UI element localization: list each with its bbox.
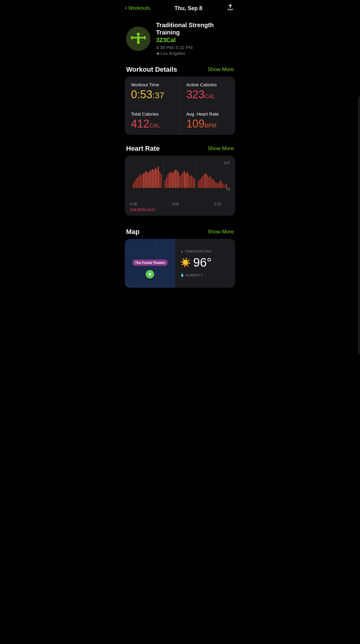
total-calories-number: 412 (131, 117, 149, 130)
svg-rect-42 (182, 173, 183, 188)
location-name: Los Angeles (160, 51, 185, 56)
workout-details: Traditional Strength Training 323Cal 4:3… (156, 21, 234, 56)
svg-rect-47 (190, 176, 191, 188)
svg-rect-62 (214, 181, 215, 188)
svg-rect-5 (144, 36, 146, 39)
total-calories-unit: CAL (149, 123, 160, 129)
hr-min-label: 70 (226, 187, 230, 192)
total-calories-value: 412CAL (131, 118, 174, 129)
svg-rect-30 (165, 180, 165, 188)
svg-rect-54 (202, 176, 203, 188)
svg-rect-61 (213, 179, 214, 188)
stats-row-bottom: Total Calories 412CAL Avg. Heart Rate 10… (125, 106, 235, 135)
workout-info: Traditional Strength Training 323Cal 4:3… (120, 16, 240, 62)
svg-rect-59 (210, 176, 211, 188)
venue-label: The Fonda Theatre (133, 260, 167, 266)
header-title: Thu, Sep 8 (174, 5, 202, 12)
avg-heart-rate-cell: Avg. Heart Rate 109BPM (180, 106, 235, 135)
svg-rect-6 (137, 40, 138, 44)
weather-temperature: ☀️ 96° (180, 256, 231, 269)
active-calories-label: Active Calories (186, 82, 229, 87)
humidity-label: 💧 HUMIDITY (180, 273, 231, 277)
back-chevron-icon: ‹ (125, 5, 127, 11)
temperature-label: 🌡 TEMPERATURE (180, 250, 231, 253)
venue-name: The Fonda Theatre (135, 261, 165, 264)
svg-rect-69 (225, 185, 226, 188)
map-header: Map Show More (120, 224, 240, 239)
svg-rect-44 (185, 173, 186, 188)
share-button[interactable] (227, 4, 234, 13)
hr-time-mid2: 5:14 (214, 202, 221, 206)
map-pin (146, 270, 154, 279)
svg-rect-2 (132, 37, 137, 38)
header: ‹ Workouts Thu, Sep 8 (120, 0, 240, 16)
svg-rect-39 (178, 172, 179, 188)
heart-rate-card: 147 (125, 156, 235, 216)
svg-point-0 (137, 33, 140, 36)
svg-rect-25 (155, 168, 156, 188)
svg-rect-10 (133, 183, 134, 188)
stats-row-top: Workout Time 0:53:37 Active Calories 323… (125, 77, 235, 106)
workout-type-icon (126, 27, 151, 51)
svg-rect-50 (194, 179, 195, 188)
svg-rect-4 (131, 36, 133, 39)
hr-time-mid1: 4:56 (172, 202, 179, 206)
map-view: The Fonda Theatre (125, 239, 175, 288)
svg-rect-35 (172, 173, 173, 188)
workout-details-header: Workout Details Show More (120, 62, 240, 77)
svg-rect-49 (193, 177, 194, 188)
workout-time-cell: Workout Time 0:53:37 (125, 77, 180, 106)
svg-rect-31 (166, 177, 167, 188)
svg-rect-38 (176, 170, 177, 188)
hr-avg-label: 109 BPM AVG (130, 207, 230, 212)
map-show-more[interactable]: Show More (208, 229, 234, 235)
svg-rect-43 (184, 171, 185, 188)
workout-location: ◀ Los Angeles (156, 51, 234, 56)
avg-heart-rate-number: 109 (186, 117, 205, 130)
svg-rect-14 (139, 176, 140, 188)
share-icon (227, 4, 234, 11)
active-calories-unit: CAL (205, 93, 215, 99)
svg-rect-17 (143, 173, 144, 188)
total-calories-label: Total Calories (131, 111, 174, 117)
workout-name: Traditional Strength Training (156, 21, 234, 36)
svg-rect-56 (205, 173, 206, 188)
workout-time-value: 0:53:37 (131, 89, 174, 100)
workout-details-show-more[interactable]: Show More (208, 67, 234, 73)
svg-rect-66 (220, 180, 221, 188)
svg-rect-45 (187, 172, 188, 188)
svg-rect-53 (201, 177, 202, 188)
svg-rect-36 (173, 171, 174, 188)
hr-time-labels: 4:38 4:56 5:14 (130, 202, 230, 206)
svg-rect-48 (191, 175, 192, 188)
back-button[interactable]: ‹ Workouts (125, 5, 150, 11)
svg-rect-16 (142, 175, 143, 188)
svg-rect-32 (168, 174, 169, 188)
svg-rect-3 (140, 37, 144, 38)
svg-rect-13 (137, 177, 138, 188)
humidity-label-text: HUMIDITY (186, 273, 203, 277)
thermometer-icon: 🌡 (180, 250, 184, 253)
svg-rect-7 (138, 40, 140, 44)
hr-chart-svg (130, 160, 230, 191)
svg-rect-27 (158, 167, 159, 188)
svg-rect-23 (152, 169, 153, 188)
location-arrow-icon: ◀ (156, 51, 159, 56)
humidity-icon: 💧 (180, 273, 185, 277)
workout-time-seconds: :37 (152, 91, 164, 100)
temperature-label-text: TEMPERATURE (185, 250, 212, 253)
svg-rect-52 (199, 179, 200, 188)
active-calories-number: 323 (186, 88, 205, 101)
svg-rect-57 (207, 175, 208, 188)
svg-rect-65 (219, 182, 220, 188)
svg-rect-19 (146, 171, 147, 188)
svg-rect-63 (216, 182, 217, 188)
hr-time-start: 4:38 (130, 202, 137, 206)
map-section: Map Show More The Fonda Theatre (120, 224, 240, 288)
svg-rect-28 (159, 171, 160, 188)
svg-rect-18 (144, 172, 145, 188)
avg-heart-rate-unit: BPM (205, 123, 216, 129)
heart-rate-show-more[interactable]: Show More (208, 146, 234, 152)
map-card[interactable]: The Fonda Theatre 🌡 TEMPERATURE ☀️ 96° 💧… (125, 239, 235, 288)
active-calories-cell: Active Calories 323CAL (180, 77, 235, 106)
